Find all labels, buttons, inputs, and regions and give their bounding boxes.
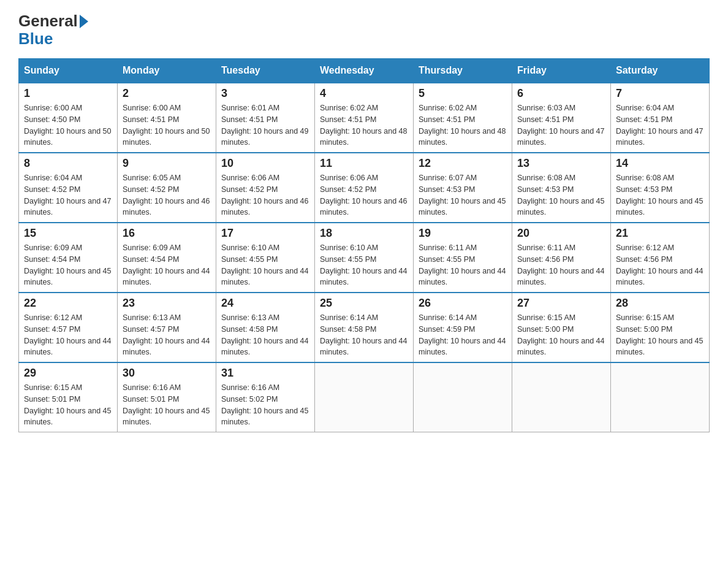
- day-number: 18: [320, 227, 408, 240]
- calendar-cell: 22Sunrise: 6:12 AMSunset: 4:57 PMDayligh…: [19, 293, 118, 362]
- day-number: 11: [320, 157, 408, 170]
- day-number: 29: [24, 367, 112, 380]
- day-info: Sunrise: 6:02 AMSunset: 4:51 PMDaylight:…: [320, 102, 408, 148]
- day-info: Sunrise: 6:12 AMSunset: 4:57 PMDaylight:…: [24, 312, 112, 358]
- calendar-cell: 24Sunrise: 6:13 AMSunset: 4:58 PMDayligh…: [216, 293, 315, 362]
- calendar-cell: 12Sunrise: 6:07 AMSunset: 4:53 PMDayligh…: [414, 153, 512, 223]
- calendar-table: SundayMondayTuesdayWednesdayThursdayFrid…: [18, 58, 710, 432]
- calendar-cell: [414, 362, 512, 432]
- day-info: Sunrise: 6:16 AMSunset: 5:01 PMDaylight:…: [123, 382, 211, 428]
- day-info: Sunrise: 6:09 AMSunset: 4:54 PMDaylight:…: [24, 242, 112, 288]
- day-number: 31: [221, 367, 309, 380]
- calendar-cell: 2Sunrise: 6:00 AMSunset: 4:51 PMDaylight…: [118, 83, 216, 153]
- day-number: 14: [616, 157, 704, 170]
- day-info: Sunrise: 6:10 AMSunset: 4:55 PMDaylight:…: [221, 242, 309, 288]
- day-info: Sunrise: 6:13 AMSunset: 4:58 PMDaylight:…: [221, 312, 309, 358]
- day-info: Sunrise: 6:06 AMSunset: 4:52 PMDaylight:…: [320, 172, 408, 218]
- calendar-cell: 18Sunrise: 6:10 AMSunset: 4:55 PMDayligh…: [315, 223, 414, 293]
- day-info: Sunrise: 6:06 AMSunset: 4:52 PMDaylight:…: [221, 172, 309, 218]
- day-header-sunday: Sunday: [19, 59, 118, 83]
- day-info: Sunrise: 6:09 AMSunset: 4:54 PMDaylight:…: [123, 242, 211, 288]
- day-info: Sunrise: 6:14 AMSunset: 4:58 PMDaylight:…: [320, 312, 408, 358]
- day-number: 21: [616, 227, 704, 240]
- day-number: 26: [419, 297, 507, 310]
- day-header-wednesday: Wednesday: [315, 59, 414, 83]
- calendar-cell: 31Sunrise: 6:16 AMSunset: 5:02 PMDayligh…: [216, 362, 315, 432]
- day-number: 7: [616, 87, 704, 100]
- day-info: Sunrise: 6:11 AMSunset: 4:56 PMDaylight:…: [517, 242, 605, 288]
- day-number: 6: [517, 87, 605, 100]
- day-info: Sunrise: 6:13 AMSunset: 4:57 PMDaylight:…: [123, 312, 211, 358]
- day-info: Sunrise: 6:12 AMSunset: 4:56 PMDaylight:…: [616, 242, 704, 288]
- calendar-cell: 9Sunrise: 6:05 AMSunset: 4:52 PMDaylight…: [118, 153, 216, 223]
- logo: General Blue: [18, 12, 88, 47]
- calendar-cell: 5Sunrise: 6:02 AMSunset: 4:51 PMDaylight…: [414, 83, 512, 153]
- day-number: 1: [24, 87, 112, 100]
- day-header-friday: Friday: [512, 59, 611, 83]
- calendar-cell: 13Sunrise: 6:08 AMSunset: 4:53 PMDayligh…: [512, 153, 611, 223]
- calendar-week-row: 8Sunrise: 6:04 AMSunset: 4:52 PMDaylight…: [19, 153, 710, 223]
- day-number: 30: [123, 367, 211, 380]
- day-info: Sunrise: 6:08 AMSunset: 4:53 PMDaylight:…: [616, 172, 704, 218]
- calendar-cell: 4Sunrise: 6:02 AMSunset: 4:51 PMDaylight…: [315, 83, 414, 153]
- day-info: Sunrise: 6:00 AMSunset: 4:50 PMDaylight:…: [24, 102, 112, 148]
- day-number: 15: [24, 227, 112, 240]
- day-number: 22: [24, 297, 112, 310]
- day-number: 2: [123, 87, 211, 100]
- day-number: 20: [517, 227, 605, 240]
- day-number: 28: [616, 297, 704, 310]
- calendar-week-row: 29Sunrise: 6:15 AMSunset: 5:01 PMDayligh…: [19, 362, 710, 432]
- day-header-monday: Monday: [118, 59, 216, 83]
- day-info: Sunrise: 6:01 AMSunset: 4:51 PMDaylight:…: [221, 102, 309, 148]
- day-header-tuesday: Tuesday: [216, 59, 315, 83]
- day-number: 8: [24, 157, 112, 170]
- day-info: Sunrise: 6:16 AMSunset: 5:02 PMDaylight:…: [221, 382, 309, 428]
- calendar-cell: 15Sunrise: 6:09 AMSunset: 4:54 PMDayligh…: [19, 223, 118, 293]
- calendar-header-row: SundayMondayTuesdayWednesdayThursdayFrid…: [19, 59, 710, 83]
- day-info: Sunrise: 6:14 AMSunset: 4:59 PMDaylight:…: [419, 312, 507, 358]
- calendar-cell: 16Sunrise: 6:09 AMSunset: 4:54 PMDayligh…: [118, 223, 216, 293]
- day-info: Sunrise: 6:02 AMSunset: 4:51 PMDaylight:…: [419, 102, 507, 148]
- calendar-week-row: 22Sunrise: 6:12 AMSunset: 4:57 PMDayligh…: [19, 293, 710, 362]
- calendar-cell: 28Sunrise: 6:15 AMSunset: 5:00 PMDayligh…: [611, 293, 710, 362]
- day-info: Sunrise: 6:04 AMSunset: 4:52 PMDaylight:…: [24, 172, 112, 218]
- day-info: Sunrise: 6:05 AMSunset: 4:52 PMDaylight:…: [123, 172, 211, 218]
- day-number: 24: [221, 297, 309, 310]
- day-info: Sunrise: 6:15 AMSunset: 5:00 PMDaylight:…: [616, 312, 704, 358]
- logo-blue: Blue: [18, 29, 53, 48]
- day-info: Sunrise: 6:03 AMSunset: 4:51 PMDaylight:…: [517, 102, 605, 148]
- calendar-body: 1Sunrise: 6:00 AMSunset: 4:50 PMDaylight…: [19, 83, 710, 432]
- day-number: 12: [419, 157, 507, 170]
- day-number: 23: [123, 297, 211, 310]
- day-info: Sunrise: 6:15 AMSunset: 5:00 PMDaylight:…: [517, 312, 605, 358]
- day-number: 19: [419, 227, 507, 240]
- day-number: 5: [419, 87, 507, 100]
- calendar-cell: 6Sunrise: 6:03 AMSunset: 4:51 PMDaylight…: [512, 83, 611, 153]
- day-info: Sunrise: 6:10 AMSunset: 4:55 PMDaylight:…: [320, 242, 408, 288]
- calendar-week-row: 1Sunrise: 6:00 AMSunset: 4:50 PMDaylight…: [19, 83, 710, 153]
- day-number: 17: [221, 227, 309, 240]
- day-number: 27: [517, 297, 605, 310]
- day-info: Sunrise: 6:00 AMSunset: 4:51 PMDaylight:…: [123, 102, 211, 148]
- calendar-cell: 11Sunrise: 6:06 AMSunset: 4:52 PMDayligh…: [315, 153, 414, 223]
- day-info: Sunrise: 6:11 AMSunset: 4:55 PMDaylight:…: [419, 242, 507, 288]
- day-header-thursday: Thursday: [414, 59, 512, 83]
- day-number: 10: [221, 157, 309, 170]
- day-number: 9: [123, 157, 211, 170]
- calendar-cell: 30Sunrise: 6:16 AMSunset: 5:01 PMDayligh…: [118, 362, 216, 432]
- calendar-week-row: 15Sunrise: 6:09 AMSunset: 4:54 PMDayligh…: [19, 223, 710, 293]
- calendar-cell: 23Sunrise: 6:13 AMSunset: 4:57 PMDayligh…: [118, 293, 216, 362]
- calendar-cell: 14Sunrise: 6:08 AMSunset: 4:53 PMDayligh…: [611, 153, 710, 223]
- day-number: 4: [320, 87, 408, 100]
- calendar-cell: 10Sunrise: 6:06 AMSunset: 4:52 PMDayligh…: [216, 153, 315, 223]
- calendar-cell: 21Sunrise: 6:12 AMSunset: 4:56 PMDayligh…: [611, 223, 710, 293]
- calendar-cell: 8Sunrise: 6:04 AMSunset: 4:52 PMDaylight…: [19, 153, 118, 223]
- calendar-cell: [315, 362, 414, 432]
- calendar-cell: 25Sunrise: 6:14 AMSunset: 4:58 PMDayligh…: [315, 293, 414, 362]
- day-number: 16: [123, 227, 211, 240]
- calendar-cell: 7Sunrise: 6:04 AMSunset: 4:51 PMDaylight…: [611, 83, 710, 153]
- calendar-cell: 27Sunrise: 6:15 AMSunset: 5:00 PMDayligh…: [512, 293, 611, 362]
- day-number: 3: [221, 87, 309, 100]
- day-info: Sunrise: 6:15 AMSunset: 5:01 PMDaylight:…: [24, 382, 112, 428]
- calendar-cell: 3Sunrise: 6:01 AMSunset: 4:51 PMDaylight…: [216, 83, 315, 153]
